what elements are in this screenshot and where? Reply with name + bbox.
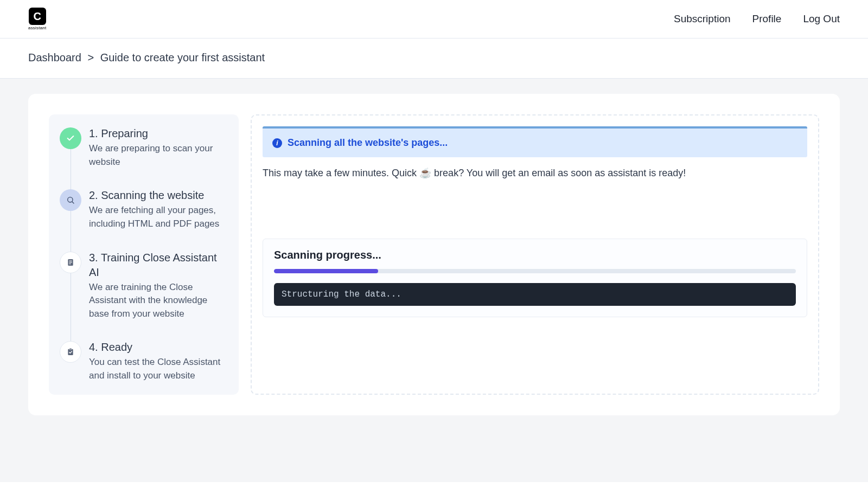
info-message: Scanning all the website's pages... (288, 137, 448, 149)
step-connector (71, 272, 71, 343)
nav-logout[interactable]: Log Out (803, 13, 840, 25)
step-title: 4. Ready (89, 340, 228, 355)
step-preparing: 1. Preparing We are preparing to scan yo… (60, 126, 228, 188)
step-connector (71, 210, 71, 252)
wizard-card: 1. Preparing We are preparing to scan yo… (28, 94, 840, 415)
svg-rect-4 (69, 262, 72, 262)
clipboard-check-icon (60, 341, 81, 363)
check-icon (60, 127, 81, 149)
brand-logo[interactable]: C assistant (28, 8, 46, 30)
progress-card: Scanning progress... Structuring the dat… (263, 239, 807, 317)
step-desc: You can test the Close Assistant and ins… (89, 356, 228, 382)
info-icon: i (272, 138, 282, 148)
top-nav: Subscription Profile Log Out (674, 13, 840, 25)
main-panel: i Scanning all the website's pages... Th… (251, 114, 819, 395)
step-desc: We are training the Close Assistant with… (89, 281, 228, 321)
nav-profile[interactable]: Profile (752, 13, 782, 25)
svg-rect-7 (69, 349, 72, 350)
step-scanning: 2. Scanning the website We are fetching … (60, 188, 228, 250)
breadcrumb-current: Guide to create your first assistant (100, 52, 265, 63)
logo-subtext: assistant (28, 25, 46, 30)
steps-panel: 1. Preparing We are preparing to scan yo… (49, 114, 239, 395)
step-connector (71, 148, 71, 190)
step-title: 2. Scanning the website (89, 188, 228, 203)
logo-glyph: C (33, 10, 41, 23)
status-terminal: Structuring the data... (274, 283, 796, 306)
step-ready: 4. Ready You can test the Close Assistan… (60, 340, 228, 382)
progress-bar (274, 269, 796, 273)
logo-mark: C (29, 8, 46, 25)
document-icon (60, 252, 81, 273)
breadcrumb-root[interactable]: Dashboard (28, 52, 81, 63)
svg-rect-5 (69, 264, 71, 264)
info-banner: i Scanning all the website's pages... (263, 126, 807, 157)
breadcrumb-separator: > (87, 52, 94, 63)
search-icon (60, 189, 81, 211)
page-body: 1. Preparing We are preparing to scan yo… (0, 79, 868, 482)
step-training: 3. Training Close Assistant AI We are tr… (60, 251, 228, 341)
breadcrumb: Dashboard > Guide to create your first a… (0, 38, 868, 79)
progress-title: Scanning progress... (274, 249, 796, 261)
nav-subscription[interactable]: Subscription (674, 13, 731, 25)
svg-rect-6 (68, 349, 73, 355)
svg-line-1 (72, 202, 74, 203)
progress-bar-fill (274, 269, 378, 273)
step-title: 1. Preparing (89, 126, 228, 141)
step-desc: We are fetching all your pages, includin… (89, 204, 228, 230)
step-title: 3. Training Close Assistant AI (89, 251, 228, 280)
svg-rect-3 (69, 260, 72, 261)
topbar: C assistant Subscription Profile Log Out (0, 0, 868, 38)
step-desc: We are preparing to scan your website (89, 142, 228, 169)
hint-text: This may take a few minutes. Quick ☕ bre… (263, 167, 807, 179)
